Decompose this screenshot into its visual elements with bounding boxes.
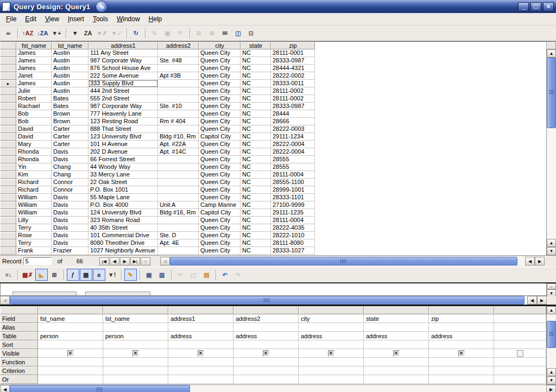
table-cell[interactable]: 444 2nd Street <box>89 87 158 95</box>
design-cell-alias[interactable] <box>233 323 299 332</box>
table-cell[interactable]: Davis <box>52 209 89 217</box>
design-cell-table[interactable]: address <box>364 332 429 340</box>
sort-descending-icon[interactable]: ↓ZA <box>35 27 49 39</box>
table-cell[interactable]: 111 Any Street <box>89 49 158 57</box>
add-table-icon[interactable]: ⊞ <box>48 269 61 281</box>
table-cell[interactable]: Queen City <box>199 72 241 80</box>
design-cell-criterion[interactable] <box>364 366 429 375</box>
column-header-fst_name[interactable]: fst_name <box>16 42 52 49</box>
table-cell[interactable]: Queen City <box>199 224 241 232</box>
table-cell[interactable]: Queen City <box>199 125 241 133</box>
table-cell[interactable]: Richard <box>16 186 52 194</box>
vertical-scroll-thumb[interactable] <box>547 321 556 348</box>
design-cell-sort[interactable] <box>364 340 429 349</box>
table-cell[interactable]: Davis <box>52 194 89 201</box>
design-cell-table[interactable] <box>494 332 546 340</box>
table-cell[interactable]: Apt. #14C <box>158 148 199 156</box>
table-cell[interactable]: Terry <box>16 224 52 232</box>
table-cell[interactable]: 987 Corporate Way <box>89 57 158 65</box>
table-cell[interactable] <box>158 179 199 186</box>
table-cell[interactable]: Brown <box>52 110 89 118</box>
table-cell[interactable]: Queen City <box>199 95 241 103</box>
vertical-scroll-track[interactable] <box>547 348 556 368</box>
row-header[interactable] <box>0 125 16 133</box>
table-cell[interactable]: Brown <box>52 118 89 125</box>
table-cell[interactable]: 28222-0002 <box>271 72 315 80</box>
table-cell[interactable]: Carter <box>52 125 89 133</box>
design-cell-table[interactable]: address <box>429 332 494 340</box>
table-cell[interactable] <box>158 194 199 201</box>
paste-icon[interactable]: ▤ <box>200 269 213 281</box>
mail-merge-icon[interactable]: ✉ <box>219 27 231 39</box>
design-cell-field[interactable]: zip <box>429 314 494 323</box>
table-cell[interactable]: 333 Supply Blvd <box>89 80 158 87</box>
design-cell-visible[interactable]: × <box>429 349 494 358</box>
sort-order-icon[interactable]: ZA <box>82 27 94 39</box>
column-header-state[interactable]: state <box>241 42 271 49</box>
design-cell-field[interactable]: lst_name <box>103 314 168 323</box>
table-cell[interactable]: 44 Woody Way <box>89 163 158 171</box>
table-cell[interactable]: Queen City <box>199 148 241 156</box>
design-grid-column-header[interactable] <box>168 306 233 314</box>
table-cell[interactable]: Rhonda <box>16 156 52 163</box>
table-cell[interactable]: Carter <box>52 141 89 148</box>
visible-checkbox[interactable]: × <box>263 350 269 357</box>
visible-checkbox[interactable]: × <box>458 350 465 357</box>
table-cell[interactable]: NC <box>241 49 271 57</box>
table-cell[interactable]: 33 Mercy Lane <box>89 171 158 179</box>
splitter-handle[interactable]: – <box>547 283 556 289</box>
save-icon[interactable]: ▣ <box>143 269 155 281</box>
design-cell-table[interactable]: address <box>299 332 364 340</box>
table-cell[interactable]: NC <box>241 141 271 148</box>
table-cell[interactable]: 28111-8080 <box>271 239 315 247</box>
table-cell[interactable]: William <box>16 194 52 201</box>
table-cell[interactable]: 28222-0004 <box>271 148 315 156</box>
design-cell-criterion[interactable] <box>494 366 546 375</box>
vertical-scroll-track[interactable] <box>547 128 556 239</box>
table-cell[interactable]: Queen City <box>199 194 241 201</box>
table-cell[interactable]: 66 Forrest Street <box>89 156 158 163</box>
table-cell[interactable]: Ste. #10 <box>158 103 199 110</box>
visible-checkbox[interactable]: × <box>67 350 74 357</box>
row-header[interactable] <box>0 232 16 239</box>
column-header-city[interactable]: city <box>199 42 241 49</box>
visible-checkbox[interactable] <box>517 350 523 357</box>
table-cell[interactable]: Unit A <box>158 201 199 209</box>
table-cell[interactable]: NC <box>241 103 271 110</box>
design-cell-alias[interactable] <box>494 323 546 332</box>
row-header[interactable] <box>0 179 16 186</box>
table-cell[interactable]: Queen City <box>199 156 241 163</box>
table-cell[interactable]: 27100-9999 <box>271 201 315 209</box>
visible-checkbox[interactable]: × <box>198 350 204 357</box>
table-cell[interactable]: Queen City <box>199 239 241 247</box>
table-cell[interactable]: James <box>16 57 52 65</box>
table-cell[interactable]: William <box>16 201 52 209</box>
table-cell[interactable]: NC <box>241 163 271 171</box>
table-cell[interactable]: Bob <box>16 118 52 125</box>
table-cell[interactable]: Davis <box>52 148 89 156</box>
design-cell-visible[interactable] <box>494 349 546 358</box>
run-query-icon[interactable]: ≡↓ <box>2 269 15 281</box>
column-header-address1[interactable]: address1 <box>89 42 158 49</box>
table-cell[interactable] <box>158 171 199 179</box>
design-cell-table[interactable]: person <box>103 332 168 340</box>
undo-icon[interactable]: ↶ <box>219 269 231 281</box>
relation-pane-vertical-scrollbar[interactable]: – ▼ <box>547 283 556 296</box>
edit-icon[interactable]: ✎ <box>124 269 137 281</box>
design-cell-alias[interactable] <box>103 323 168 332</box>
design-cell-alias[interactable] <box>168 323 233 332</box>
row-header[interactable] <box>0 224 16 232</box>
row-header[interactable] <box>0 95 16 103</box>
table-cell[interactable]: 28111-0002 <box>271 87 315 95</box>
row-header[interactable] <box>0 239 16 247</box>
first-record-button[interactable]: |◀ <box>99 257 109 265</box>
relation-pane-body[interactable] <box>0 283 547 296</box>
design-cell-or[interactable] <box>38 375 103 384</box>
table-cell[interactable] <box>158 95 199 103</box>
design-cell-function[interactable] <box>429 358 494 366</box>
table-cell[interactable]: Janet <box>16 72 52 80</box>
table-cell[interactable]: Queen City <box>199 103 241 110</box>
table-cell[interactable]: 28222-1010 <box>271 232 315 239</box>
row-header[interactable] <box>0 118 16 125</box>
table-cell[interactable]: Queen City <box>199 232 241 239</box>
